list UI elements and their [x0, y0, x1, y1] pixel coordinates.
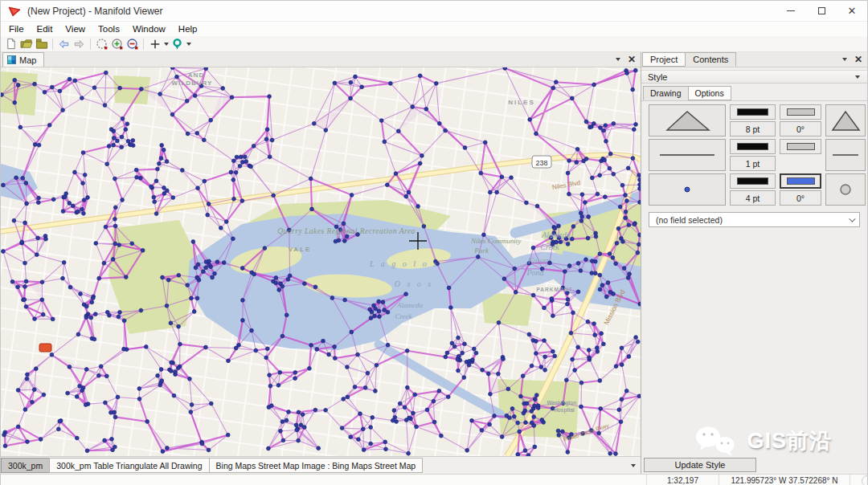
menu-tools[interactable]: Tools: [92, 23, 126, 35]
minimize-icon: [787, 10, 795, 11]
menu-file[interactable]: File: [2, 23, 31, 35]
field-selector-dropdown[interactable]: (no field selected): [649, 212, 860, 227]
forward-button[interactable]: [72, 37, 87, 51]
pane-dropdown-icon[interactable]: [842, 58, 847, 61]
style-grid: 8 pt 0°: [649, 104, 867, 206]
update-row: Update Style: [641, 456, 867, 474]
area-fill-color-button[interactable]: [780, 104, 821, 120]
subtab-drawing-label: Drawing: [650, 88, 682, 98]
area-size-button[interactable]: 8 pt: [730, 121, 776, 137]
point-stroke-color-button[interactable]: [730, 173, 776, 189]
zoom-in-button[interactable]: [109, 37, 125, 51]
contents-pane: Project Contents ✕ Style Drawing Options: [641, 52, 867, 474]
watermark-ring-icon: [862, 475, 867, 485]
title-bar: (New Project) - Manifold Viewer ✕: [1, 1, 867, 22]
chevron-down-icon: [855, 75, 860, 79]
tab-list-dropdown-icon[interactable]: [616, 58, 620, 61]
area-fill-swatch: [787, 108, 815, 116]
layer-tab-label: 300k_pm: [8, 461, 43, 471]
line-stroke-color-button[interactable]: [730, 139, 776, 154]
import-button[interactable]: [34, 37, 49, 51]
location-pin-icon: [171, 38, 183, 51]
subtab-options-label: Options: [695, 88, 724, 98]
zoom-box-button[interactable]: [94, 37, 109, 51]
toolbar-separator: [90, 39, 91, 50]
new-project-button[interactable]: [3, 37, 18, 51]
toolbar-separator: [52, 39, 53, 50]
add-component-dropdown[interactable]: [162, 37, 170, 51]
point-rotation-button[interactable]: 0°: [780, 190, 821, 206]
style-subtab-bar: Drawing Options: [641, 86, 867, 101]
menu-edit[interactable]: Edit: [31, 23, 59, 35]
map-tab-icon: [7, 55, 16, 64]
point-sample-icon: [655, 177, 719, 202]
line-sample-icon: [655, 142, 719, 168]
status-scale[interactable]: 1:32,197: [646, 475, 719, 485]
tab-contents-label: Contents: [693, 55, 728, 64]
style-section-header[interactable]: Style: [641, 70, 867, 84]
chevron-down-icon: [164, 43, 169, 46]
area-style-button[interactable]: [649, 104, 726, 137]
area-triangle-icon: [659, 108, 715, 133]
point-style-button[interactable]: [649, 173, 726, 206]
window-title: (New Project) - Manifold Viewer: [27, 6, 163, 17]
layer-tab-bing[interactable]: Bing Maps Street Map Image : Bing Maps S…: [209, 458, 424, 473]
close-pane-icon[interactable]: ✕: [854, 55, 862, 64]
line-style-button[interactable]: [649, 139, 726, 171]
document-tab-bar: Map ✕: [1, 52, 641, 67]
tab-project-label: Project: [650, 55, 678, 64]
point-preview-button[interactable]: [825, 173, 866, 206]
layer-list-dropdown-icon[interactable]: [631, 464, 636, 467]
zoom-out-button[interactable]: [125, 37, 140, 51]
back-arrow-icon: [58, 39, 70, 50]
layer-tab-300k-pm[interactable]: 300k_pm: [1, 458, 50, 473]
close-button[interactable]: ✕: [837, 1, 867, 21]
panel-empty-space: [641, 227, 867, 456]
area-rotation-button[interactable]: 0°: [780, 121, 821, 137]
line-fill-swatch: [787, 143, 815, 150]
area-preview-icon: [829, 108, 862, 133]
toolbar: [1, 36, 867, 52]
layer-tab-label: Bing Maps Street Map Image : Bing Maps S…: [216, 461, 416, 471]
update-style-button[interactable]: Update Style: [644, 458, 756, 472]
back-button[interactable]: [56, 37, 72, 51]
close-tab-icon[interactable]: ✕: [628, 55, 636, 64]
menu-help[interactable]: Help: [172, 23, 204, 35]
open-folder-icon: [20, 38, 33, 50]
point-fill-color-button[interactable]: [780, 173, 821, 189]
map-panel: Map ✕ 238ANDWILDBURYNILESVALEQuarry Lake…: [1, 52, 641, 474]
line-fill-color-button[interactable]: [780, 139, 821, 154]
tab-map[interactable]: Map: [2, 52, 44, 67]
toolbar-separator: [143, 39, 144, 50]
map-canvas[interactable]: 238ANDWILDBURYNILESVALEQuarry Lakes Regi…: [1, 67, 641, 456]
point-size-button[interactable]: 4 pt: [730, 190, 776, 206]
field-selector-value: (no field selected): [656, 215, 723, 225]
menu-view[interactable]: View: [59, 23, 92, 35]
status-bar: 1:32,197 121.995723° W 37.572268° N: [1, 474, 867, 485]
new-file-icon: [5, 38, 17, 50]
zoom-out-icon: [126, 38, 139, 51]
style-section-label: Style: [648, 72, 667, 82]
plus-icon: [149, 39, 161, 50]
menu-bar: File Edit View Tools Window Help: [1, 22, 867, 36]
manifold-viewer-window: (New Project) - Manifold Viewer ✕ File E…: [0, 0, 868, 485]
locate-button[interactable]: [170, 37, 185, 51]
open-project-button[interactable]: [18, 37, 34, 51]
tab-contents[interactable]: Contents: [685, 52, 736, 67]
line-stroke-swatch: [737, 143, 768, 150]
layer-tab-triangulate[interactable]: 300k_pm Table Triangulate All Drawing: [49, 458, 209, 473]
area-stroke-color-button[interactable]: [730, 104, 776, 120]
status-coordinates[interactable]: 121.995723° W 37.572268° N: [719, 475, 850, 485]
line-size-button[interactable]: 1 pt: [730, 156, 776, 171]
subtab-options[interactable]: Options: [688, 86, 731, 100]
subtab-drawing[interactable]: Drawing: [643, 86, 689, 100]
point-stroke-swatch: [737, 177, 768, 185]
line-preview-button[interactable]: [825, 139, 866, 171]
tab-project[interactable]: Project: [642, 52, 686, 67]
area-preview-button[interactable]: [825, 104, 866, 137]
menu-window[interactable]: Window: [126, 23, 172, 35]
maximize-button[interactable]: [806, 1, 837, 21]
minimize-button[interactable]: [776, 1, 806, 21]
locate-dropdown[interactable]: [185, 37, 192, 51]
add-component-button[interactable]: [147, 37, 162, 51]
